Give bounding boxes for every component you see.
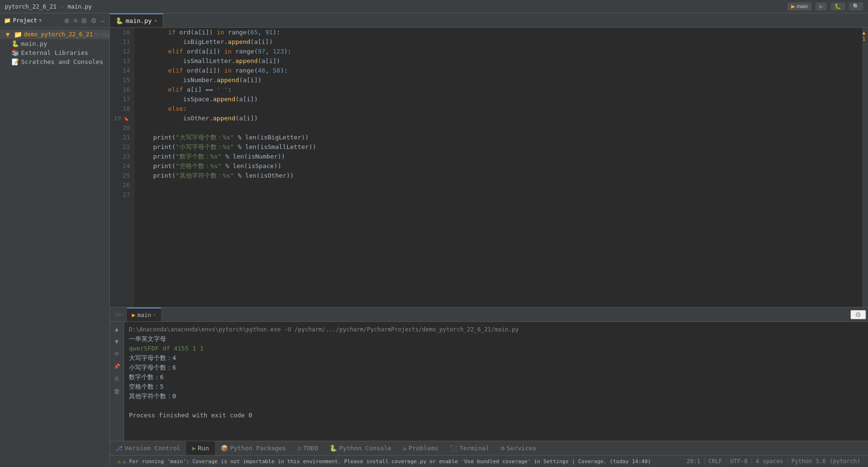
python-packages-icon: 📦 xyxy=(221,445,228,452)
tab-label: main.py xyxy=(126,17,152,24)
code-line-15: isNumber.append(a[i]) xyxy=(134,75,862,85)
code-line-27 xyxy=(134,190,862,200)
gutter-line-12: 12 xyxy=(114,47,130,56)
settings-icon[interactable]: ⚙ xyxy=(90,16,98,25)
title-bar: pytorch_22_6_21 – main.py ▶ main ▶ 🐛 🔍 xyxy=(0,0,868,13)
console-settings-icon[interactable]: ⚙ xyxy=(850,310,866,319)
gutter-line-15: 15 xyxy=(114,75,130,85)
btool-version-control[interactable]: ⎇ Version Control xyxy=(110,441,186,455)
title-separator: – xyxy=(60,3,64,10)
console-output[interactable]: D:\Anaconda\anaconda\envs\pytorch\python… xyxy=(124,322,868,441)
gutter-line-21: 21 xyxy=(114,133,130,142)
collapse-icon[interactable]: ≡ xyxy=(73,16,78,25)
python-console-icon: 🐍 xyxy=(329,445,337,452)
line-numbers: 10 11 12 13 14 15 16 17 18 19 🔖 20 21 22… xyxy=(110,28,134,307)
scroll-up-button[interactable]: ▲ xyxy=(112,324,122,334)
expand-icon[interactable]: ⊞ xyxy=(80,16,88,25)
bottom-tab-label: in: xyxy=(112,308,127,321)
console-line-1: 一串英文字母 xyxy=(129,334,863,344)
status-warning-item[interactable]: ⚠ ⚠ For running 'main': Coverage is not … xyxy=(114,456,683,467)
sidebar-tree: ▼ 📁 demo_pytorch_22_6_21 D:\pycharm\Pych… xyxy=(0,28,109,467)
btool-services[interactable]: ⚙ Services xyxy=(495,441,542,455)
status-encoding[interactable]: UTF-8 xyxy=(727,458,752,465)
run-tab-close-icon[interactable]: × xyxy=(153,312,156,318)
locate-icon[interactable]: ⊕ xyxy=(63,16,71,25)
code-line-17: isSpace.append(a[i]) xyxy=(134,95,862,104)
clear-button[interactable]: 🗑 xyxy=(112,386,122,396)
run-config-icon: ▶ xyxy=(791,3,795,9)
gutter-line-17: 17 xyxy=(114,95,130,104)
status-indent[interactable]: 4 spaces xyxy=(752,458,787,465)
terminal-icon: ⬛ xyxy=(450,445,457,452)
code-line-19: isOther.append(a[i]) xyxy=(134,114,862,123)
btool-problems[interactable]: ⚠ Problems xyxy=(397,441,444,455)
gutter-line-24: 24 xyxy=(114,161,130,171)
code-line-18: else: xyxy=(134,104,862,114)
gutter-line-16: 16 xyxy=(114,85,130,95)
sidebar-header: 📁 Project ▼ ⊕ ≡ ⊞ ⚙ – xyxy=(0,13,109,28)
pin-button[interactable]: 📌 xyxy=(112,361,122,371)
btool-services-label: Services xyxy=(507,445,537,452)
console-line-4: 小写字母个数：6 xyxy=(129,363,863,372)
run-button[interactable]: ▶ xyxy=(815,2,827,11)
minimize-icon[interactable]: – xyxy=(100,16,106,25)
btool-run-label: Run xyxy=(198,445,209,452)
gutter-line-13: 13 xyxy=(114,56,130,66)
sidebar-item-project[interactable]: ▼ 📁 demo_pytorch_22_6_21 D:\pycharm\Pych… xyxy=(0,30,109,39)
run-config-label: main xyxy=(796,3,808,9)
indent-label: 4 spaces xyxy=(756,458,783,465)
mainpy-label: main.py xyxy=(21,40,47,47)
btool-run[interactable]: ▶ Run xyxy=(186,441,214,455)
tab-mainpy[interactable]: 🐍 main.py × xyxy=(110,13,163,27)
code-content[interactable]: if ord(a[i]) in range(65, 91): isBigLett… xyxy=(134,28,862,307)
code-line-25: print("其他字符个数：%s" % len(isOther)) xyxy=(134,171,862,180)
gutter-line-18: 18 xyxy=(114,104,130,114)
gutter-line-20: 20 xyxy=(114,123,130,133)
sidebar-item-mainpy[interactable]: 🐍 main.py xyxy=(0,39,109,48)
sidebar-item-external-libraries[interactable]: 📚 External Libraries xyxy=(0,48,109,57)
scratch-icon: 📝 xyxy=(11,58,19,65)
warning-icon: ⚠ xyxy=(117,458,121,465)
run-console-tab[interactable]: ▶ main × xyxy=(127,308,161,321)
wrap-button[interactable]: ⟳ xyxy=(112,349,122,359)
run-config-dropdown[interactable]: ▶ main xyxy=(787,2,812,11)
code-line-24: print("空格个数：%s" % len(isSpace)) xyxy=(134,161,862,171)
gutter-line-26: 26 xyxy=(114,180,130,190)
copy-button[interactable]: ⎘ xyxy=(112,373,122,384)
status-python[interactable]: Python 3.6 (pytorch) xyxy=(788,458,865,465)
status-line-ending[interactable]: CRLF xyxy=(705,458,726,465)
scratches-label: Scratches and Consoles xyxy=(21,58,103,65)
file-icon: 🐍 xyxy=(11,40,19,47)
btool-python-console[interactable]: 🐍 Python Console xyxy=(324,441,397,455)
gutter-line-23: 23 xyxy=(114,152,130,161)
scroll-down-button[interactable]: ▼ xyxy=(112,336,122,347)
run-tab-label: main xyxy=(138,312,151,318)
project-icon: 📁 xyxy=(4,17,11,24)
code-line-20 xyxy=(134,123,862,133)
external-libraries-label: External Libraries xyxy=(21,49,88,56)
project-path: D:\pycharm\PycharmProje... xyxy=(95,32,109,38)
gutter-line-11: 11 xyxy=(114,37,130,47)
tab-close-icon[interactable]: × xyxy=(154,18,158,24)
search-button[interactable]: 🔍 xyxy=(849,2,863,11)
bottom-panel-tab-bar: in: ▶ main × ⚙ xyxy=(110,308,868,322)
btool-terminal[interactable]: ⬛ Terminal xyxy=(444,441,495,455)
code-line-22: print("小写字母个数：%s" % len(isSmallLetter)) xyxy=(134,142,862,152)
status-position[interactable]: 20:1 xyxy=(683,458,704,465)
btool-todo[interactable]: ☑ TODO xyxy=(292,441,324,455)
editor-area: 🐍 main.py × 10 11 12 13 14 15 16 17 18 1… xyxy=(110,13,868,467)
gutter-line-22: 22 xyxy=(114,142,130,152)
console-toolbar: ▲ ▼ ⟳ 📌 ⎘ 🗑 xyxy=(110,322,124,441)
python-label: Python 3.6 (pytorch) xyxy=(792,458,861,465)
debug-button[interactable]: 🐛 xyxy=(831,2,845,11)
sidebar-title-text: Project xyxy=(13,17,37,24)
chevron-down-icon: ▼ xyxy=(39,18,42,23)
title-bar-left: pytorch_22_6_21 – main.py xyxy=(5,3,92,10)
services-icon: ⚙ xyxy=(501,445,505,452)
console-content: ▲ ▼ ⟳ 📌 ⎘ 🗑 D:\Anaconda\anaconda\envs\py… xyxy=(110,322,868,441)
code-line-23: print("数字个数：%s" % len(isNumber)) xyxy=(134,152,862,161)
console-line-5: 数字个数：6 xyxy=(129,372,863,382)
btool-python-packages[interactable]: 📦 Python Packages xyxy=(215,441,292,455)
error-strip: ▲ 1 xyxy=(862,28,868,307)
sidebar-item-scratches[interactable]: 📝 Scratches and Consoles xyxy=(0,57,109,66)
